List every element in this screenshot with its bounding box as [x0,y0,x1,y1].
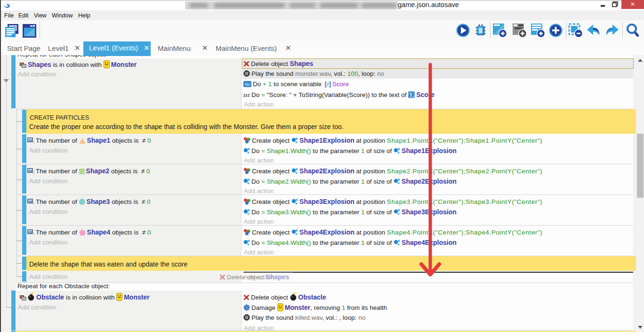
svg-text:?: ? [33,140,35,144]
svg-text:Var: Var [244,82,250,87]
svg-text:?: ? [33,232,35,236]
svg-text:?: ? [33,202,35,205]
svg-text:?: ? [33,171,35,175]
